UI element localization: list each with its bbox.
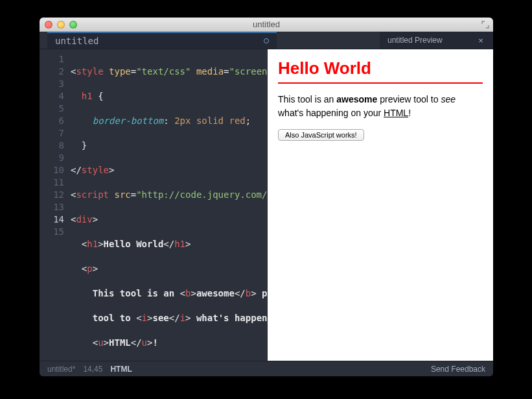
line-number: 9 xyxy=(40,152,64,164)
line-number: 10 xyxy=(40,164,64,176)
line-number: 4 xyxy=(40,90,64,103)
line-number: 11 xyxy=(40,176,64,189)
line-number: 8 xyxy=(40,139,64,152)
close-icon[interactable]: × xyxy=(476,36,485,45)
preview-paragraph: This tool is an awesome preview tool to … xyxy=(278,93,483,120)
line-number: 3 xyxy=(40,78,64,90)
send-feedback-link[interactable]: Send Feedback xyxy=(431,365,485,374)
line-number: 6 xyxy=(40,115,64,127)
close-window-button[interactable] xyxy=(45,21,52,29)
preview-js-button[interactable]: Also JavaScript works! xyxy=(278,129,364,141)
tab-editor[interactable]: untitled xyxy=(47,32,277,49)
status-cursor-position: 14,45 xyxy=(83,365,102,374)
line-gutter: 123456789101112131415 xyxy=(40,49,71,361)
line-number: 2 xyxy=(40,66,64,78)
tab-preview[interactable]: untitled Preview × xyxy=(380,32,493,49)
content-area: 123456789101112131415 <style type="text/… xyxy=(40,49,493,361)
line-number: 15 xyxy=(40,226,64,238)
code-area[interactable]: <style type="text/css" media="screen"> h… xyxy=(71,49,268,361)
tab-preview-label: untitled Preview xyxy=(387,36,443,45)
app-window: untitled untitled untitled Preview × 123… xyxy=(40,18,493,376)
preview-heading: Hello World xyxy=(278,58,483,84)
status-bar: untitled* 14,45 HTML Send Feedback xyxy=(40,361,493,376)
dirty-indicator-icon xyxy=(264,38,269,43)
zoom-window-button[interactable] xyxy=(69,21,77,29)
code-editor[interactable]: 123456789101112131415 <style type="text/… xyxy=(40,49,268,361)
line-number: 5 xyxy=(40,103,64,115)
line-number: 13 xyxy=(40,201,64,213)
line-number: 1 xyxy=(40,53,64,66)
status-language[interactable]: HTML xyxy=(110,365,132,374)
status-filename: untitled* xyxy=(47,365,75,374)
traffic-lights xyxy=(40,21,77,29)
line-number: 12 xyxy=(40,189,64,201)
line-number: 14 xyxy=(40,213,64,226)
fullscreen-icon[interactable] xyxy=(481,21,489,29)
window-title: untitled xyxy=(40,19,493,29)
line-number: 7 xyxy=(40,127,64,139)
titlebar[interactable]: untitled xyxy=(40,18,493,32)
tab-bar: untitled untitled Preview × xyxy=(40,32,493,49)
tab-editor-label: untitled xyxy=(55,35,98,47)
preview-pane: Hello World This tool is an awesome prev… xyxy=(268,49,493,361)
minimize-window-button[interactable] xyxy=(57,21,65,29)
